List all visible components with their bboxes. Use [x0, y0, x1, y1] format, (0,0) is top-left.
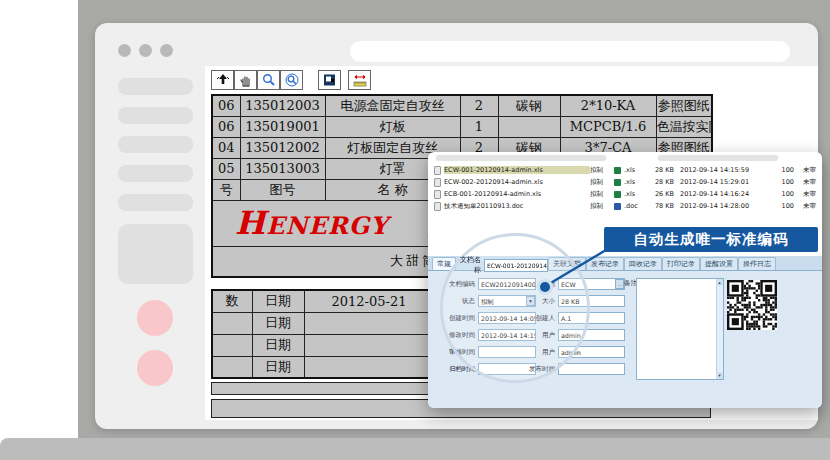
file-row[interactable]: ECB-001-20120914-admin.xls 拟制 .xls 26 KB…: [428, 188, 822, 200]
hand-icon: [238, 73, 254, 87]
address-bar[interactable]: [350, 41, 790, 62]
table-row: 06135019001 灯板1 MCPCB/1.6 色温按实际订单要求: [212, 116, 712, 137]
creator-input[interactable]: A.1: [558, 312, 625, 324]
window-dot-icon: [160, 44, 173, 57]
sidebar-placeholder: [118, 165, 193, 182]
pan-arrow-icon: [215, 73, 231, 87]
file-size: 28 KB: [644, 166, 680, 174]
file-version: 100: [770, 202, 794, 210]
file-size: 28 KB: [644, 178, 680, 186]
callout-anchor-dot: [537, 279, 553, 295]
document-icon: [434, 166, 441, 175]
tab-print-log[interactable]: 打印记录: [662, 257, 700, 270]
form-row-status: 状态 拟制 ▼: [428, 295, 535, 307]
clipped-row-fragment: [436, 155, 606, 161]
laptop-base: [0, 438, 830, 460]
scroll-up-icon[interactable]: ▲: [716, 279, 723, 286]
document-icon: [434, 202, 441, 211]
hand-pan-button[interactable]: [234, 70, 257, 90]
pan-arrow-button[interactable]: [211, 70, 234, 90]
file-flag: 未审: [794, 190, 820, 199]
excel-icon: [614, 179, 621, 186]
henergy-logo: HENERGY: [235, 204, 388, 242]
file-status: 拟制: [590, 178, 614, 187]
document-icon: [434, 178, 441, 187]
tab-recycle-log[interactable]: 回收记录: [624, 257, 662, 270]
callout-banner: 自动生成唯一标准编码: [604, 227, 818, 252]
file-ext: .xls: [624, 190, 644, 198]
file-row[interactable]: 技术通知单20110913.doc 拟制 .doc 78 KB 2012-09-…: [428, 200, 822, 212]
sidebar-placeholder: [118, 107, 193, 124]
file-name: 技术通知单20110913.doc: [444, 202, 590, 211]
tab-general[interactable]: 常规: [432, 257, 456, 270]
file-version: 100: [770, 178, 794, 186]
file-size: 78 KB: [644, 202, 680, 210]
measure-ruler-icon: [352, 73, 368, 87]
excel-icon: [614, 191, 621, 198]
table-row: 06135012003 电源盒固定自攻丝2 碳钢2*10-KA 参照图纸: [212, 95, 712, 116]
doc-name-label: 文档名称: [454, 255, 484, 275]
sidebar-placeholder: [118, 136, 193, 153]
detail-panel: ECW-001-20120914-admin.xls 拟制 .xls 28 KB…: [428, 152, 822, 408]
file-ext: .xls: [624, 178, 644, 186]
tab-publish-log[interactable]: 发布记录: [586, 257, 624, 270]
document-icon: [434, 190, 441, 199]
user-input[interactable]: admin: [558, 346, 625, 358]
file-ext: .doc: [624, 202, 644, 210]
file-time: 2012-09-14 15:29:01: [680, 178, 770, 186]
file-flag: 未审: [794, 202, 820, 211]
qr-code: [727, 280, 777, 330]
file-name: ECB-001-20120914-admin.xls: [444, 190, 590, 198]
pink-circle-decoration: [137, 350, 173, 386]
file-size: 26 KB: [644, 190, 680, 198]
zoom-window-icon: [261, 73, 277, 87]
tab-operation-log[interactable]: 操作日志: [738, 257, 776, 270]
zoom-window-button[interactable]: [257, 70, 280, 90]
scroll-down-icon[interactable]: ▼: [716, 372, 723, 379]
file-version: 100: [770, 166, 794, 174]
form-row-user2: 用户 admin: [520, 346, 625, 358]
file-time: 2012-09-14 14:28:00: [680, 202, 770, 210]
file-row[interactable]: ECW-002-20120914-admin.xls 拟制 .xls 28 KB…: [428, 176, 822, 188]
file-status: 拟制: [590, 166, 614, 175]
form-row-creator: 创建人 A.1: [520, 312, 625, 324]
size-input[interactable]: 28 KB: [558, 295, 625, 307]
sidebar-placeholder: [118, 194, 193, 211]
file-flag: 未审: [794, 178, 820, 187]
excel-icon: [614, 167, 621, 174]
doc-name-input[interactable]: ECW-001-20120914-admi: [484, 259, 548, 272]
word-icon: [614, 203, 621, 210]
view-panel-button[interactable]: [318, 70, 341, 90]
tab-related-docs[interactable]: 关联文档: [548, 257, 586, 270]
file-ext: .xls: [624, 166, 644, 174]
remark-scrollbar[interactable]: ▲ ▼: [716, 279, 723, 379]
doc-name-row: 文档名称 ECW-001-20120914-admi: [454, 255, 548, 275]
file-flag: 未审: [794, 166, 820, 175]
category-browse-button[interactable]: …: [615, 279, 624, 289]
form-row-category: 类别 ECW …: [520, 278, 624, 290]
window-dot-icon: [118, 44, 131, 57]
file-status: 拟制: [590, 202, 614, 211]
tab-reminder-settings[interactable]: 提醒设置: [700, 257, 738, 270]
file-time: 2012-09-14 14:16:24: [680, 190, 770, 198]
file-version: 100: [770, 190, 794, 198]
file-name: ECW-002-20120914-admin.xls: [444, 178, 590, 186]
file-status: 拟制: [590, 190, 614, 199]
window-dot-icon: [139, 44, 152, 57]
user-input[interactable]: admin: [558, 329, 625, 341]
remark-textarea[interactable]: ▲ ▼: [636, 278, 724, 380]
pink-circle-decoration: [137, 300, 173, 336]
clipped-row-fragment: [658, 155, 778, 161]
form-row-publish-time: 发布时间: [520, 363, 625, 375]
file-row[interactable]: ECW-001-20120914-admin.xls 拟制 .xls 28 KB…: [428, 164, 822, 176]
measure-button[interactable]: [348, 70, 371, 90]
sidebar-placeholder: [118, 78, 193, 95]
file-time: 2012-09-14 14:15:59: [680, 166, 770, 174]
zoom-dynamic-button[interactable]: [280, 70, 303, 90]
form-row-user1: 用户 admin: [520, 329, 625, 341]
publish-time-input[interactable]: [558, 363, 625, 375]
file-name: ECW-001-20120914-admin.xls: [444, 166, 590, 174]
form-row-size: 大小 28 KB: [520, 295, 625, 307]
view-panel-icon: [322, 73, 338, 87]
sidebar-placeholder-box: [118, 224, 193, 284]
